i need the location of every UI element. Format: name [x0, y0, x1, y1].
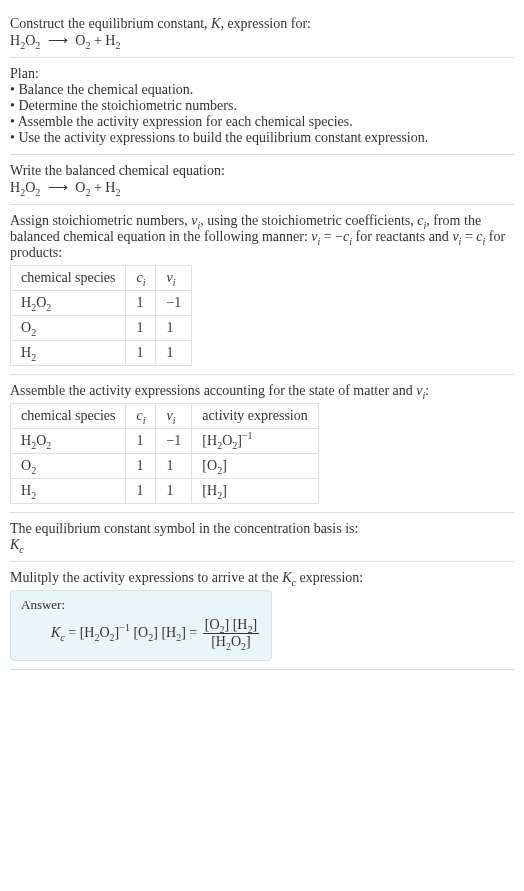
num-c: ] — [252, 617, 257, 632]
balanced-equation: H2O2 ⟶ O2 + H2 — [10, 179, 514, 196]
italic-K: K — [211, 16, 220, 31]
table-row: O2 1 1 — [11, 316, 192, 341]
table-row: H2 1 1 [H2] — [11, 479, 319, 504]
stoich-text-b: , using the stoichiometric coefficients, — [200, 213, 417, 228]
num-b: ] [H — [225, 617, 248, 632]
t2a: [O — [133, 625, 148, 640]
sp-a: O — [21, 458, 31, 473]
activity-text-a: Assemble the activity expressions accoun… — [10, 383, 416, 398]
b-product-h-sub: 2 — [115, 187, 120, 198]
t1exp: −1 — [119, 622, 130, 633]
rel2-eq: = — [461, 229, 476, 244]
question-line1b: , expression for: — [220, 16, 311, 31]
question-equation: H2O2 ⟶ O2 + H2 — [10, 32, 514, 49]
ae-cell: [H2O2]−1 — [192, 429, 318, 454]
table-header-row: chemical species ci νi — [11, 266, 192, 291]
ans-eq2: = — [186, 625, 201, 640]
answer-equation: Kc = [H2O2]−1 [O2] [H2] = [O2] [H2][H2O2… — [21, 617, 261, 650]
activity-table: chemical species ci νi activity expressi… — [10, 403, 319, 504]
multiply-text-a: Mulitply the activity expressions to arr… — [10, 570, 282, 585]
ae-post: ] — [222, 458, 227, 473]
t3a: [H — [161, 625, 176, 640]
balanced-heading: Write the balanced chemical equation: — [10, 163, 514, 179]
sp-a: O — [21, 320, 31, 335]
multiply-K: K — [282, 570, 291, 585]
nu-cell: 1 — [156, 341, 192, 366]
stoich-h1: chemical species — [11, 266, 126, 291]
act-h3-sub: i — [173, 415, 176, 426]
nu-cell: 1 — [156, 479, 192, 504]
symbol-Kc: Kc — [10, 537, 514, 553]
ae-cell: [H2] — [192, 479, 318, 504]
stoich-h3-sub: i — [173, 277, 176, 288]
activity-section: Assemble the activity expressions accoun… — [10, 375, 514, 513]
sp-b-s: 2 — [46, 302, 51, 313]
stoich-h3: νi — [156, 266, 192, 291]
activity-text: Assemble the activity expressions accoun… — [10, 383, 514, 399]
reactant-o-sub: 2 — [35, 40, 40, 51]
answer-label: Answer: — [21, 597, 261, 613]
ae-mid: O — [222, 433, 232, 448]
c-cell: 1 — [126, 479, 156, 504]
b-reactant-h: H — [10, 180, 20, 195]
nu-cell: 1 — [156, 316, 192, 341]
sp-a: H — [21, 433, 31, 448]
c-cell: 1 — [126, 291, 156, 316]
symbol-section: The equilibrium constant symbol in the c… — [10, 513, 514, 562]
ae-exp: −1 — [242, 430, 253, 441]
plus-sign: + — [90, 33, 105, 48]
ae-post: ] — [222, 483, 227, 498]
fraction-den: [H2O2] — [203, 634, 259, 650]
plan-item: Assemble the activity expression for eac… — [10, 114, 514, 130]
sp-b-s: 2 — [46, 440, 51, 451]
answer-box: Answer: Kc = [H2O2]−1 [O2] [H2] = [O2] [… — [10, 590, 272, 661]
sp-a: H — [21, 483, 31, 498]
b-product-h: H — [105, 180, 115, 195]
stoich-text-d: for reactants and — [352, 229, 452, 244]
question-section: Construct the equilibrium constant, K, e… — [10, 8, 514, 58]
species-cell: H2 — [11, 341, 126, 366]
sp-b: O — [36, 295, 46, 310]
ae-cell: [O2] — [192, 454, 318, 479]
den-c: ] — [246, 634, 251, 649]
act-h3: νi — [156, 404, 192, 429]
sp-b: O — [36, 433, 46, 448]
product-h: H — [105, 33, 115, 48]
reactant-o: O — [25, 33, 35, 48]
sp-a: H — [21, 295, 31, 310]
t1b: O — [99, 625, 109, 640]
species-cell: H2O2 — [11, 429, 126, 454]
stoich-section: Assign stoichiometric numbers, νi, using… — [10, 205, 514, 375]
stoich-h2-sub: i — [143, 277, 146, 288]
multiply-text: Mulitply the activity expressions to arr… — [10, 570, 514, 586]
b-reactant-o-sub: 2 — [35, 187, 40, 198]
nu-cell: 1 — [156, 454, 192, 479]
table-row: H2O2 1 −1 — [11, 291, 192, 316]
table-row: H2O2 1 −1 [H2O2]−1 — [11, 429, 319, 454]
b-plus-sign: + — [90, 180, 105, 195]
symbol-K: K — [10, 537, 19, 552]
sp-a: H — [21, 345, 31, 360]
c-cell: 1 — [126, 429, 156, 454]
ae-pre: [O — [202, 458, 217, 473]
sp-a-s: 2 — [31, 327, 36, 338]
balanced-section: Write the balanced chemical equation: H2… — [10, 155, 514, 205]
act-h1: chemical species — [11, 404, 126, 429]
table-header-row: chemical species ci νi activity expressi… — [11, 404, 319, 429]
nu-cell: −1 — [156, 291, 192, 316]
multiply-text-b: expression: — [296, 570, 363, 585]
table-row: H2 1 1 — [11, 341, 192, 366]
den-a: [H — [211, 634, 226, 649]
species-cell: O2 — [11, 454, 126, 479]
c-cell: 1 — [126, 341, 156, 366]
symbol-K-sub: c — [19, 544, 23, 555]
b-product-o: O — [75, 180, 85, 195]
sp-a-s: 2 — [31, 490, 36, 501]
multiply-section: Mulitply the activity expressions to arr… — [10, 562, 514, 670]
table-row: O2 1 1 [O2] — [11, 454, 319, 479]
stoich-text-a: Assign stoichiometric numbers, — [10, 213, 191, 228]
nu-cell: −1 — [156, 429, 192, 454]
ae-pre: [H — [202, 433, 217, 448]
act-h2-sub: i — [143, 415, 146, 426]
plan-item: Use the activity expressions to build th… — [10, 130, 514, 146]
